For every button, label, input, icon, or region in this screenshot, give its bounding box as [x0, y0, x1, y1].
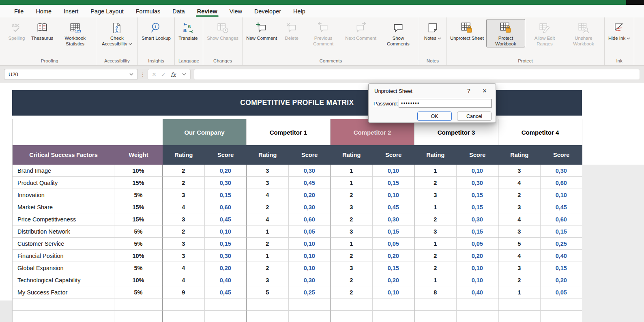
cell-score[interactable]: 0,10 — [205, 225, 247, 238]
tab-page-layout[interactable]: Page Layout — [84, 5, 129, 17]
cell-score[interactable]: 0,15 — [541, 262, 583, 274]
cell-score[interactable]: 0,45 — [541, 201, 583, 213]
cell-weight[interactable]: 15% — [114, 213, 163, 225]
tab-view[interactable]: View — [223, 5, 248, 17]
cell-rating[interactable]: 2 — [247, 262, 289, 274]
cell-rating[interactable]: 2 — [163, 177, 205, 189]
empty-cell[interactable] — [163, 311, 205, 322]
cell-score[interactable]: 0,20 — [289, 189, 331, 201]
cell-rating[interactable]: 4 — [498, 177, 541, 189]
cell-rating[interactable]: 3 — [498, 201, 541, 213]
cell-weight[interactable]: 10% — [114, 274, 163, 286]
cell-rating[interactable]: 1 — [498, 286, 541, 298]
new-comment-button[interactable]: New Comment — [244, 19, 279, 41]
cell-weight[interactable]: 5% — [114, 238, 163, 250]
cell-score[interactable]: 0,10 — [457, 165, 499, 177]
password-input[interactable]: •••••••• — [399, 99, 492, 108]
cell-rating[interactable]: 8 — [414, 286, 457, 298]
cell-rating[interactable]: 2 — [414, 250, 457, 262]
hide-ink-button[interactable]: Hide Ink — [606, 19, 633, 41]
cell-factor[interactable]: Global Expansion — [13, 262, 114, 274]
cell-rating[interactable]: 2 — [331, 213, 373, 225]
cell-rating[interactable]: 3 — [163, 189, 205, 201]
cell-score[interactable]: 0,15 — [373, 177, 415, 189]
cell-weight[interactable]: 15% — [114, 177, 163, 189]
cell-factor[interactable]: Price Competitiveness — [13, 213, 114, 225]
cell-score[interactable]: 0,10 — [289, 238, 331, 250]
cell-rating[interactable]: 2 — [331, 250, 373, 262]
column-header-rating[interactable]: Rating — [498, 145, 541, 165]
column-header-rating[interactable]: Rating — [414, 145, 457, 165]
cell-factor[interactable]: My Success Factor — [13, 286, 114, 298]
column-header-score[interactable]: Score — [457, 145, 499, 165]
column-header-rating[interactable]: Rating — [247, 145, 289, 165]
cell-score[interactable]: 0,20 — [373, 274, 415, 286]
cell-score[interactable]: 0,15 — [205, 238, 247, 250]
cell-score[interactable]: 0,10 — [373, 165, 415, 177]
cell-score[interactable]: 0,30 — [541, 165, 583, 177]
cell-score[interactable]: 0,05 — [289, 225, 331, 238]
cell-rating[interactable]: 1 — [247, 225, 289, 238]
cell-score[interactable]: 0,20 — [541, 274, 583, 286]
cell-rating[interactable]: 4 — [498, 213, 541, 225]
cell-score[interactable]: 0,15 — [373, 225, 415, 238]
cell-score[interactable]: 0,05 — [373, 238, 415, 250]
column-header-factors[interactable]: Critical Success Factors — [13, 145, 114, 165]
cell-score[interactable]: 0,20 — [205, 165, 247, 177]
company-header-competitor-4[interactable]: Competitor 4 — [498, 119, 582, 145]
empty-cell[interactable] — [541, 298, 583, 311]
cell-score[interactable]: 0,30 — [289, 274, 331, 286]
empty-cell[interactable] — [331, 298, 373, 311]
tab-insert[interactable]: Insert — [58, 5, 84, 17]
cell-score[interactable]: 0,10 — [373, 286, 415, 298]
company-header-our-company[interactable]: Our Company — [163, 119, 247, 145]
cell-factor[interactable]: Product Quality — [13, 177, 114, 189]
cell-rating[interactable]: 4 — [163, 201, 205, 213]
formula-input[interactable] — [194, 69, 640, 80]
cell-score[interactable]: 0,60 — [541, 177, 583, 189]
cell-score[interactable]: 0,30 — [457, 213, 499, 225]
cancel-entry-icon[interactable]: × — [152, 71, 156, 78]
empty-cell[interactable] — [331, 311, 373, 322]
cell-score[interactable]: 0,30 — [289, 201, 331, 213]
empty-cell[interactable] — [247, 298, 289, 311]
cell-rating[interactable]: 3 — [498, 262, 541, 274]
cell-weight[interactable]: 5% — [114, 225, 163, 238]
empty-cell[interactable] — [13, 298, 114, 311]
cell-score[interactable]: 0,30 — [457, 177, 499, 189]
cell-score[interactable]: 0,10 — [373, 189, 415, 201]
cell-score[interactable]: 0,15 — [457, 225, 499, 238]
cell-rating[interactable]: 2 — [163, 165, 205, 177]
cell-score[interactable]: 0,30 — [289, 165, 331, 177]
cell-score[interactable]: 0,30 — [205, 250, 247, 262]
cell-score[interactable]: 0,40 — [541, 250, 583, 262]
cell-rating[interactable]: 3 — [247, 274, 289, 286]
cell-weight[interactable]: 5% — [114, 189, 163, 201]
cell-score[interactable]: 0,15 — [457, 189, 499, 201]
empty-cell[interactable] — [163, 298, 205, 311]
cell-score[interactable]: 0,05 — [457, 238, 499, 250]
cell-weight[interactable]: 10% — [114, 165, 163, 177]
ok-button[interactable]: OK — [417, 112, 452, 121]
cell-score[interactable]: 0,05 — [541, 286, 583, 298]
cell-rating[interactable]: 2 — [498, 189, 541, 201]
empty-cell[interactable] — [373, 298, 415, 311]
cell-score[interactable]: 0,10 — [457, 274, 499, 286]
empty-cell[interactable] — [541, 311, 583, 322]
cell-rating[interactable]: 2 — [247, 201, 289, 213]
cell-rating[interactable]: 1 — [414, 165, 457, 177]
cell-score[interactable]: 0,10 — [457, 262, 499, 274]
tab-data[interactable]: Data — [166, 5, 191, 17]
column-header-score[interactable]: Score — [373, 145, 415, 165]
cell-weight[interactable]: 5% — [114, 262, 163, 274]
cell-score[interactable]: 0,15 — [205, 189, 247, 201]
cell-rating[interactable]: 2 — [414, 262, 457, 274]
protect-workbook-button[interactable]: Protect Workbook — [486, 19, 525, 47]
cell-rating[interactable]: 1 — [414, 201, 457, 213]
cell-rating[interactable]: 5 — [247, 286, 289, 298]
cell-score[interactable]: 0,20 — [457, 250, 499, 262]
column-header-weight[interactable]: Weight — [114, 145, 163, 165]
cell-weight[interactable]: 10% — [114, 250, 163, 262]
thesaurus-button[interactable]: Thesaurus — [29, 19, 56, 41]
empty-cell[interactable] — [498, 298, 541, 311]
